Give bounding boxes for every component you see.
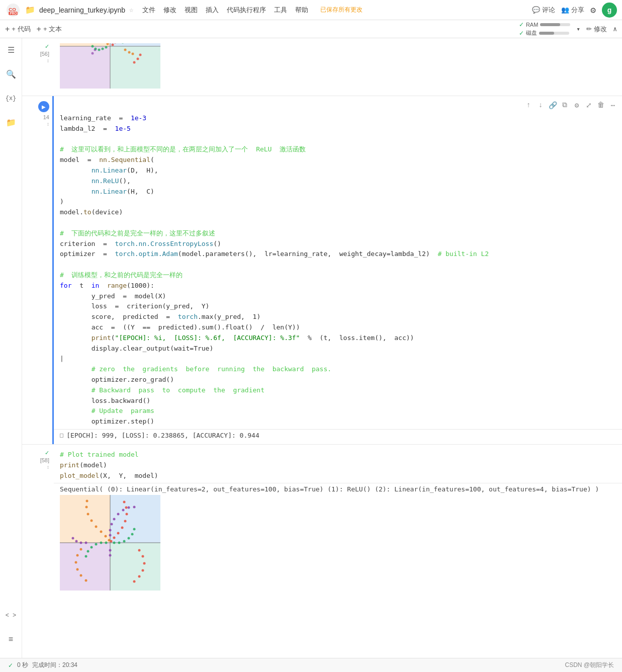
svg-point-73 — [80, 548, 82, 551]
sidebar-files-icon[interactable]: 📁 — [3, 115, 19, 131]
svg-point-41 — [92, 45, 94, 48]
cell-58-code[interactable]: # Plot trained model print(model) plot_m… — [54, 448, 622, 483]
svg-point-86 — [133, 506, 136, 509]
svg-point-39 — [98, 49, 101, 51]
svg-point-71 — [85, 506, 88, 509]
second-toolbar: + + 代码 + + 文本 ✓ RAM ✓ 磁盘 ▾ — [0, 20, 622, 38]
sidebar: ☰ 🔍 {x} 📁 < > ≡ ☁ — [0, 38, 22, 672]
menu-file[interactable]: 文件 — [142, 6, 155, 15]
svg-point-98 — [133, 528, 136, 531]
svg-point-64 — [133, 580, 136, 583]
move-down-icon[interactable]: ↓ — [536, 100, 546, 110]
notebook: ✓ [56] ↕ — [22, 38, 622, 672]
svg-point-36 — [92, 52, 94, 55]
cell-56-body — [52, 38, 622, 94]
expand-cell-icon[interactable]: ⤢ — [584, 100, 594, 110]
bottom-left: ✓ 0 秒 完成时间：20:34 — [8, 661, 77, 669]
menu-tools[interactable]: 工具 — [274, 6, 287, 15]
cell-58-expand[interactable]: ↕ — [47, 464, 49, 470]
main-layout: ☰ 🔍 {x} 📁 < > ≡ ☁ ✓ [56] ↕ — [0, 38, 622, 672]
svg-point-52 — [113, 537, 116, 539]
svg-point-87 — [85, 542, 87, 544]
svg-point-99 — [105, 542, 108, 544]
svg-rect-46 — [110, 495, 160, 543]
svg-point-70 — [87, 513, 90, 516]
add-code-button[interactable]: + + 代码 — [5, 25, 31, 34]
ram-disk-indicator: ✓ RAM ✓ 磁盘 — [519, 21, 570, 37]
comment-button[interactable]: 💬 评论 — [532, 6, 555, 15]
sidebar-variables-icon[interactable]: {x} — [3, 91, 19, 107]
svg-point-103 — [87, 550, 90, 553]
star-icon[interactable]: ☆ — [129, 6, 133, 14]
svg-point-102 — [91, 546, 93, 549]
settings-cell-icon[interactable]: ⚙ — [572, 100, 582, 110]
ram-check-icon: ✓ — [519, 21, 524, 28]
svg-point-66 — [105, 535, 107, 538]
more-icon[interactable]: ⋯ — [608, 100, 618, 110]
ram-label: RAM — [526, 22, 538, 28]
svg-point-83 — [117, 513, 120, 516]
svg-point-104 — [85, 555, 87, 558]
notebook-title[interactable]: deep_learning_turkey.ipynb — [39, 6, 125, 14]
svg-point-28 — [132, 53, 134, 55]
cell-14-output: □ [EPOCH]: 999, [LOSS]: 0.238865, [ACCUR… — [54, 430, 622, 441]
spiral-plot-58 — [60, 495, 160, 591]
svg-point-55 — [124, 520, 127, 523]
move-up-icon[interactable]: ↑ — [523, 100, 534, 110]
sidebar-search-icon[interactable]: 🔍 — [3, 66, 19, 82]
menu-view[interactable]: 视图 — [185, 6, 198, 15]
menu-edit[interactable]: 修改 — [163, 6, 176, 15]
cell-58-check: ✓ — [45, 450, 49, 456]
bottom-completed: 完成时间：20:34 — [32, 661, 77, 669]
cell-58: ✓ [58] ↕ # Plot trained model print(mode… — [22, 445, 622, 598]
disk-check-icon: ✓ — [519, 30, 524, 37]
topbar-left: CO PRO 📁 deep_learning_turkey.ipynb ☆ 文件… — [5, 2, 532, 18]
sidebar-list-icon[interactable]: ≡ — [3, 632, 19, 648]
svg-point-84 — [122, 509, 125, 512]
svg-point-94 — [118, 542, 121, 544]
svg-point-61 — [143, 562, 146, 565]
topbar-right: 💬 评论 👥 分享 ⚙ g — [532, 3, 617, 18]
svg-point-18 — [137, 58, 139, 60]
menu-insert[interactable]: 插入 — [206, 6, 219, 15]
cell-56-expand[interactable]: ↕ — [47, 58, 49, 63]
collapse-icon[interactable]: ∧ — [613, 25, 617, 33]
cell-14-code[interactable]: learning_rate = 1e-3 lambda_l2 = 1e-5 # … — [54, 111, 622, 429]
drive-icon: 📁 — [25, 5, 35, 15]
add-text-button[interactable]: + + 文本 — [37, 25, 62, 34]
cell-14-num: 14 — [43, 114, 49, 120]
edit-button[interactable]: ✏ 修改 — [586, 25, 607, 34]
copy-icon[interactable]: ⧉ — [560, 100, 570, 110]
settings-icon[interactable]: ⚙ — [590, 5, 596, 16]
svg-point-58 — [123, 501, 126, 503]
svg-point-10 — [112, 44, 114, 46]
svg-rect-45 — [60, 495, 110, 543]
cell-56-gutter: ✓ [56] ↕ — [22, 38, 52, 94]
link-icon[interactable]: 🔗 — [548, 100, 558, 110]
sidebar-menu-icon[interactable]: ☰ — [3, 42, 19, 58]
svg-point-80 — [109, 529, 112, 532]
share-button[interactable]: 👥 分享 — [561, 6, 584, 15]
svg-rect-5 — [110, 43, 160, 46]
svg-point-82 — [113, 518, 116, 521]
bottom-bar: ✓ 0 秒 完成时间：20:34 CSDN @朝阳学长 — [0, 658, 622, 672]
svg-point-65 — [108, 539, 111, 542]
bottom-check-icon: ✓ — [8, 662, 13, 669]
user-avatar[interactable]: g — [602, 3, 617, 18]
menu-runtime[interactable]: 代码执行程序 — [227, 6, 266, 15]
ram-bar-fill — [540, 23, 560, 26]
trash-icon[interactable]: 🗑 — [596, 100, 606, 110]
disk-bar-fill — [539, 32, 554, 35]
svg-rect-7 — [110, 46, 160, 89]
output-sequential: Sequential( (0): Linear(in_features=2, o… — [60, 485, 599, 493]
menu-help[interactable]: 帮助 — [295, 6, 308, 15]
menu-bar: 文件 修改 视图 插入 代码执行程序 工具 帮助 已保存所有更改 — [142, 6, 363, 15]
toolbar2-right: ✓ RAM ✓ 磁盘 ▾ ✏ 修改 ∧ — [519, 21, 617, 37]
svg-point-91 — [109, 549, 112, 552]
sidebar-code-icon[interactable]: < > — [3, 608, 19, 624]
svg-point-90 — [72, 537, 74, 540]
dropdown-caret[interactable]: ▾ — [576, 25, 580, 33]
cell-14-expand[interactable]: ↕ — [47, 121, 49, 127]
svg-point-69 — [91, 520, 93, 522]
cell-14-run-button[interactable]: ▶ — [38, 101, 49, 112]
